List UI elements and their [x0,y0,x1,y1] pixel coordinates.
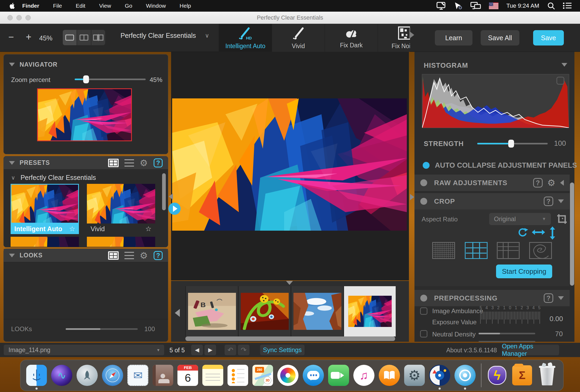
crop-tool-icon[interactable] [556,213,568,225]
list-view-icon[interactable] [124,159,134,167]
dock-itunes-icon[interactable]: ♫ [353,365,374,386]
grid-option-thirds[interactable] [465,242,488,259]
zoom-out-button[interactable]: − [6,32,16,43]
grid-option-fine[interactable] [432,242,455,259]
start-cropping-button[interactable]: Start Cropping [496,265,552,278]
display-icon[interactable] [436,2,446,10]
redo-button[interactable]: ↷ [238,345,249,355]
filmstrip-scrollbar[interactable] [185,336,395,341]
toolbar-preset-fix-dark[interactable]: Fix Dark [325,24,378,52]
collapse-left-panel-icon[interactable] [169,193,173,200]
menu-item-window[interactable]: Window [139,0,173,12]
dock-siri-icon[interactable]: ∿ [51,365,72,386]
dock-safari-icon[interactable] [102,365,123,386]
favorite-star-icon[interactable]: ☆ [69,225,75,233]
preset-label-intelligent-auto[interactable]: Intelligent Auto☆ [11,224,79,234]
collapse-icon[interactable] [9,254,15,257]
undo-button[interactable]: ↶ [225,345,236,355]
dock-sigma-folder-icon[interactable]: Σ [512,365,532,386]
zoom-in-button[interactable]: + [23,32,34,43]
exposure-ruler[interactable]: 54321012345 [480,306,541,326]
gear-icon[interactable]: ⚙ [140,159,148,167]
view-sidebyside-button[interactable] [91,30,105,45]
rotate-icon[interactable] [517,227,529,238]
neutral-density-slider[interactable] [479,333,535,334]
dock-system-preferences-icon[interactable]: ⚙ [404,365,425,386]
histogram-checkbox[interactable] [556,77,564,85]
preset-label-vivid[interactable]: Vivid☆ [87,224,155,234]
filmstrip-thumb-craft[interactable] [185,286,238,336]
dock-photos-icon[interactable] [277,365,298,386]
help-icon[interactable]: ? [533,178,543,188]
panel-enable-dot[interactable] [420,198,427,205]
menu-item-edit[interactable]: Edit [69,0,92,12]
us-flag-icon[interactable] [489,2,498,9]
dock-reminders-icon[interactable] [227,365,248,386]
menu-item-view[interactable]: View [92,0,118,12]
dock-perfectly-clear-icon[interactable] [429,365,450,386]
learn-button[interactable]: Learn [435,30,472,45]
help-icon[interactable]: ? [544,197,553,206]
panel-enable-dot[interactable] [420,295,427,302]
collapse-icon[interactable] [561,63,567,67]
filmstrip-thumb-curl[interactable] [238,286,290,336]
help-icon[interactable]: ? [544,293,553,303]
auto-collapse-toggle[interactable] [423,162,430,169]
dock-maps-icon[interactable]: 3D280 [252,365,273,386]
looks-slider[interactable] [66,328,138,330]
save-all-button[interactable]: Save All [481,30,519,45]
menu-item-help[interactable]: Help [173,0,198,12]
raw-adjustments-header[interactable]: RAW ADJUSTMENTS ? ⚙ [414,175,570,191]
menu-item-file[interactable]: File [46,0,69,12]
view-single-button[interactable] [63,30,77,45]
preset-scroll-right-icon[interactable] [409,31,414,39]
dock-contacts-icon[interactable]: ● [153,365,173,386]
collapse-left-icon[interactable] [560,180,564,186]
grid-view-icon[interactable] [108,251,119,260]
flip-vertical-icon[interactable] [549,226,556,240]
dock-trash-icon[interactable] [537,365,557,386]
apple-menu-icon[interactable] [10,2,15,9]
filmstrip-prev-icon[interactable] [175,309,180,317]
chevron-down-icon[interactable]: ∨ [11,175,15,181]
dock-ibooks-icon[interactable] [379,365,400,386]
preset-thumb-vivid[interactable] [87,184,155,224]
menu-item-go[interactable]: Go [118,0,139,12]
image-ambulance-checkbox[interactable] [420,307,427,315]
toolbar-preset-intelligent-auto[interactable]: HDIntelligent Auto [219,24,272,52]
grid-option-golden-spiral[interactable] [529,242,552,259]
collapse-icon[interactable] [558,296,564,300]
filmstrip-thumb-art[interactable] [343,286,396,336]
preprocessing-header[interactable]: PREPROCESSING ? [414,290,570,306]
dock-finder-icon[interactable] [26,365,47,386]
preset-thumb-intelligent-auto[interactable] [11,184,79,224]
collapse-icon[interactable] [558,199,564,203]
crop-header[interactable]: CROP ? [414,193,570,209]
dock-mail-icon[interactable]: ✉ [127,365,148,386]
toolbar-preset-vivid[interactable]: Vivid [272,24,325,52]
mirroring-icon[interactable] [470,2,481,10]
dock-aperture-app-icon[interactable] [454,365,476,386]
collapse-right-panel-icon[interactable] [410,194,414,200]
before-after-handle[interactable] [168,203,181,215]
dock-launchpad-icon[interactable] [77,365,98,386]
toolbar-preset-fix-noise[interactable]: Fix Noise [378,24,410,52]
preset-group-dropdown[interactable]: Perfectly Clear Essentials ∨ [121,32,216,39]
menu-clock[interactable]: Tue 9:24 AM [506,2,539,9]
help-icon[interactable]: ? [154,158,163,167]
gear-icon[interactable]: ⚙ [547,179,555,187]
collapse-icon[interactable] [9,63,15,66]
save-button[interactable]: Save [533,30,564,45]
sync-settings-button[interactable]: Sync Settings [260,345,305,355]
notification-center-icon[interactable] [563,2,572,10]
dock-calendar-icon[interactable]: FEB6 [177,365,198,386]
open-apps-manager-button[interactable]: Open Apps Manager [502,345,559,355]
presets-scrollbar[interactable] [162,173,166,247]
flip-horizontal-icon[interactable] [532,229,545,236]
filmstrip-thumb-canyon[interactable] [291,286,343,336]
navigator-thumbnail[interactable] [37,88,132,141]
preset-thumb-partial[interactable] [87,237,155,247]
menu-item-finder[interactable]: Finder [15,0,46,12]
grid-view-icon[interactable] [108,159,119,167]
sidebar-scrollbar[interactable] [570,183,574,286]
